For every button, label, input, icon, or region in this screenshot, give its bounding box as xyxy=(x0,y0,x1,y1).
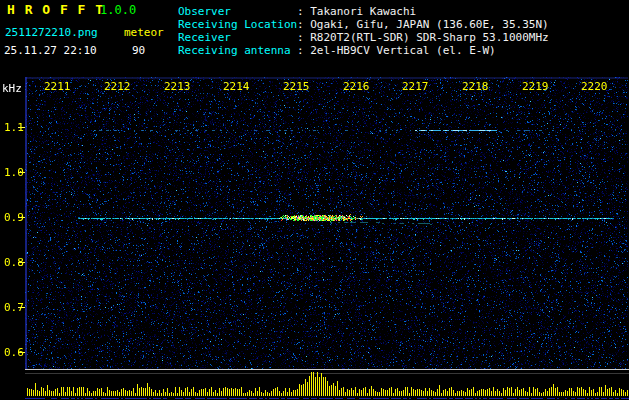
time-tick-label: 2213 xyxy=(164,81,191,92)
time-tick-label: 2211 xyxy=(44,81,71,92)
app-version: 1.0.0 xyxy=(100,3,136,17)
freq-tick-label: 0.9 xyxy=(4,212,24,223)
spectrogram-canvas xyxy=(0,76,629,400)
info-value: : Ogaki, Gifu, JAPAN (136.60E, 35.35N) xyxy=(297,18,549,31)
freq-axis-unit: kHz xyxy=(2,82,22,95)
info-label: Receiver xyxy=(178,31,297,44)
info-row-observer: Observer: Takanori Kawachi xyxy=(178,5,549,18)
mode-label: meteor xyxy=(124,26,164,39)
freq-tick-label: 1.1 xyxy=(4,122,24,133)
info-label: Observer xyxy=(178,5,297,18)
info-row-receiver: Receiver: R820T2(RTL-SDR) SDR-Sharp 53.1… xyxy=(178,31,549,44)
record-datetime: 25.11.27 22:10 xyxy=(4,44,97,57)
time-tick-label: 2218 xyxy=(462,81,489,92)
time-tick-label: 2215 xyxy=(283,81,310,92)
info-value: : 2el-HB9CV Vertical (el. E-W) xyxy=(297,44,496,57)
echo-count: 90 xyxy=(132,44,145,57)
freq-tick-label: 0.6 xyxy=(4,347,24,358)
time-tick-label: 2212 xyxy=(104,81,131,92)
time-tick-label: 2220 xyxy=(581,81,608,92)
info-row-location: Receiving Location: Ogaki, Gifu, JAPAN (… xyxy=(178,18,549,31)
info-panel: Observer: Takanori Kawachi Receiving Loc… xyxy=(178,5,549,57)
info-row-antenna: Receiving antenna: 2el-HB9CV Vertical (e… xyxy=(178,44,549,57)
time-tick-label: 2217 xyxy=(402,81,429,92)
time-tick-label: 2216 xyxy=(343,81,370,92)
output-filename: 2511272210.png xyxy=(5,26,98,39)
app-title: H R O F F T xyxy=(7,2,104,17)
hrofft-window: H R O F F T 1.0.0 2511272210.png meteor … xyxy=(0,0,629,400)
header: H R O F F T 1.0.0 2511272210.png meteor … xyxy=(0,0,629,76)
info-label: Receiving Location xyxy=(178,18,297,31)
freq-tick-label: 0.7 xyxy=(4,302,24,313)
time-tick-label: 2214 xyxy=(223,81,250,92)
spectrogram: kHz 1.1 1.0 0.9 0.8 0.7 0.6 2211 2212 22… xyxy=(0,76,629,400)
time-tick-label: 2219 xyxy=(522,81,549,92)
info-label: Receiving antenna xyxy=(178,44,297,57)
freq-tick-label: 0.8 xyxy=(4,257,24,268)
info-value: : Takanori Kawachi xyxy=(297,5,416,18)
freq-tick-label: 1.0 xyxy=(4,167,24,178)
info-value: : R820T2(RTL-SDR) SDR-Sharp 53.1000MHz xyxy=(297,31,549,44)
